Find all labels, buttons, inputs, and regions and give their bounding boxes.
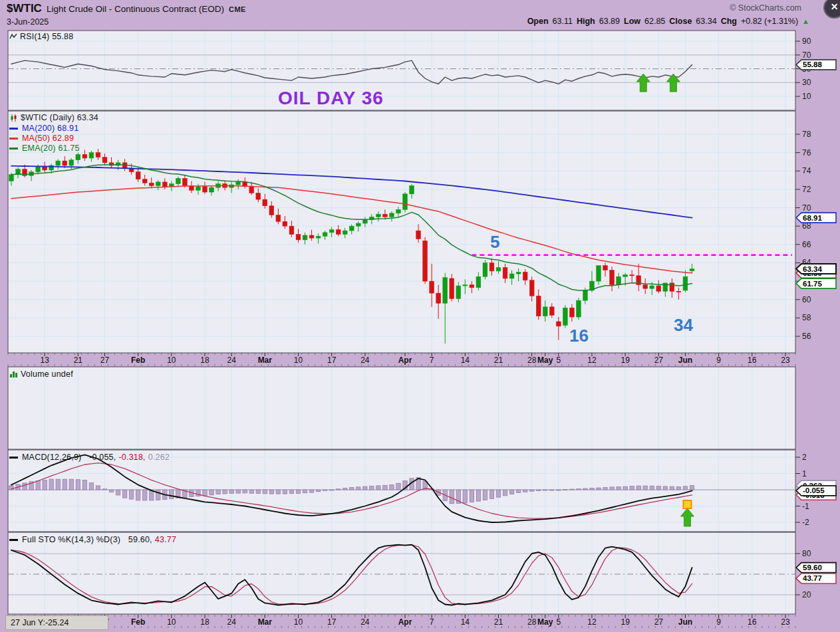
y-tick-label: 70: [802, 203, 811, 213]
y-tick-label: 10: [802, 92, 811, 101]
low-value: 62.85: [644, 17, 665, 26]
chart-header: $WTIC Light Crude Oil - Continuous Contr…: [7, 2, 246, 15]
high-value: 63.89: [599, 17, 620, 26]
axis-callout--0.055: -0.055: [796, 486, 836, 496]
x-tick-label: 7: [430, 356, 434, 365]
macd-dash-icon: [9, 457, 18, 459]
open-value: 63.11: [553, 17, 573, 26]
y-axis: 907050301078767472706866646260585621-1-2…: [795, 37, 836, 599]
count-annotation-34: 34: [674, 315, 693, 336]
count-annotation-5: 5: [490, 232, 499, 253]
x-tick-label: Mar: [258, 617, 273, 627]
x-tick-label: 18: [200, 617, 210, 627]
x-tick-label: 10: [294, 617, 303, 627]
ma50-legend-text: MA(50) 62.89: [22, 134, 74, 143]
ema20-legend-text: EMA(20) 61.75: [22, 144, 80, 153]
y-tick-label: 76: [802, 148, 811, 158]
macd-value-1: -0.055,: [89, 453, 116, 462]
y-tick-label: 58: [802, 313, 811, 322]
ma200-dash-icon: [9, 128, 18, 130]
price-legend-text: $WTIC (Daily) 63.34: [21, 113, 98, 122]
x-tick-label: 24: [360, 356, 370, 365]
x-tick-label: 9: [716, 356, 721, 365]
y-tick-label: 1: [802, 469, 807, 478]
high-label: High: [577, 17, 595, 26]
sto-legend-text: Full STO %K(14,3) %D(3): [22, 535, 120, 544]
y-tick-label: -1: [802, 502, 809, 511]
sto-value-2: 43.77: [155, 535, 176, 544]
x-tick-label: 17: [327, 617, 337, 627]
x-tick-label: 9: [716, 617, 721, 627]
sto-dash-icon: [9, 539, 18, 541]
chg-value: +0.82 (+1.31%): [741, 17, 798, 26]
x-tick-label: 16: [748, 617, 757, 627]
x-tick-label: 10: [167, 356, 176, 365]
macd-legend-text: MACD(12,26,9): [22, 453, 81, 462]
x-tick-label: 19: [621, 617, 630, 627]
svg-text:55.88: 55.88: [803, 60, 822, 68]
close-value: 63.34: [696, 17, 716, 26]
rsi-legend: RSI(14) 55.88: [9, 32, 73, 41]
x-tick-label: May: [537, 356, 553, 365]
y-tick-label: 66: [802, 240, 811, 249]
count-annotation-16: 16: [569, 326, 589, 346]
x-tick-label: Apr: [398, 617, 412, 627]
x-tick-label: 18: [200, 356, 210, 365]
x-tick-label: Apr: [398, 356, 412, 365]
ema20-legend: EMA(20) 61.75: [9, 144, 80, 153]
rsi-panel: [8, 31, 795, 110]
y-tick-label: 80: [802, 549, 811, 558]
y-tick-label: 2: [802, 453, 807, 462]
y-tick-label: 78: [802, 130, 811, 139]
x-tick-label: 27: [100, 356, 110, 365]
candlestick-icon: [9, 114, 18, 122]
x-tick-label: Feb: [131, 356, 145, 365]
close-label: Close: [669, 17, 692, 26]
y-tick-label: 74: [802, 166, 811, 175]
axis-callout-68.91: 68.91: [796, 213, 836, 223]
symbol-ticker: $WTIC: [7, 2, 42, 15]
y-tick-label: -2: [802, 518, 809, 527]
x-tick-label: 16: [748, 356, 757, 365]
svg-text:43.77: 43.77: [803, 574, 822, 582]
stochastics-legend: Full STO %K(14,3) %D(3) 59.60, 43.77: [9, 535, 176, 544]
svg-text:63.34: 63.34: [803, 265, 822, 273]
x-tick-label: 21: [74, 356, 83, 365]
low-label: Low: [624, 17, 640, 26]
x-tick-label: 21: [494, 356, 503, 365]
y-tick-label: 30: [802, 78, 811, 87]
axis-callout-55.88: 55.88: [796, 60, 836, 70]
macd-value-2: -0.318,: [118, 453, 145, 462]
x-tick-label: Jun: [678, 617, 692, 627]
y-tick-label: 90: [802, 37, 811, 46]
macd-legend: MACD(12,26,9) -0.055, -0.318, 0.262: [9, 453, 170, 462]
chart-date: 3-Jun-2025: [7, 17, 49, 27]
x-tick-label: 28: [527, 617, 537, 627]
x-tick-label: 12: [587, 617, 597, 627]
crosshair-readout-tooltip: 27 Jun Y:-25.24: [5, 615, 108, 630]
svg-text:-0.055: -0.055: [803, 486, 825, 494]
x-tick-label: 27: [654, 617, 664, 627]
x-tick-label: 10: [167, 617, 176, 627]
x-tick-label: 19: [621, 356, 630, 365]
volume-legend-text: Volume undef: [21, 369, 73, 379]
svg-text:59.60: 59.60: [803, 564, 822, 572]
y-tick-label: 72: [802, 185, 811, 194]
volume-legend: Volume undef: [9, 369, 73, 379]
exchange-label: CME: [229, 5, 246, 13]
ema20-dash-icon: [9, 148, 18, 150]
x-tick-label: 23: [781, 617, 790, 627]
chg-up-triangle-icon: ▲: [802, 17, 809, 25]
x-tick-label: 21: [494, 617, 503, 627]
svg-text:68.91: 68.91: [803, 214, 822, 222]
rsi-legend-text: RSI(14) 55.88: [20, 32, 73, 41]
ma50-dash-icon: [9, 138, 18, 140]
instrument-title: Light Crude Oil - Continuous Contract (E…: [47, 4, 224, 14]
x-tick-label: Mar: [258, 356, 273, 365]
axis-callout-61.75: 61.75: [796, 278, 836, 288]
vol-panel: [8, 367, 795, 449]
x-tick-label: Feb: [131, 617, 145, 627]
x-tick-label: 5: [556, 356, 561, 365]
stockcharts-credit: © StockCharts.com: [730, 3, 801, 13]
sto-value-1: 59.60,: [128, 535, 152, 544]
